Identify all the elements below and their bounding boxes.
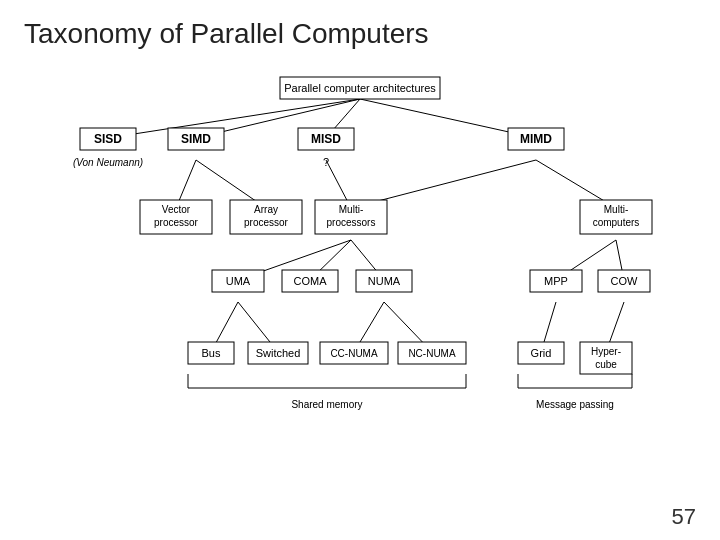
- svg-text:Switched: Switched: [256, 347, 301, 359]
- taxonomy-diagram: Parallel computer architectures SISD SIM…: [20, 60, 700, 500]
- svg-text:Vector: Vector: [162, 204, 191, 215]
- svg-text:Message passing: Message passing: [536, 399, 614, 410]
- svg-text:UMA: UMA: [226, 275, 251, 287]
- svg-text:processors: processors: [327, 217, 376, 228]
- svg-text:processor: processor: [244, 217, 289, 228]
- svg-text:Multi-: Multi-: [604, 204, 628, 215]
- svg-text:COMA: COMA: [294, 275, 328, 287]
- svg-text:computers: computers: [593, 217, 640, 228]
- svg-text:SIMD: SIMD: [181, 132, 211, 146]
- svg-text:Bus: Bus: [202, 347, 221, 359]
- svg-text:CC-NUMA: CC-NUMA: [330, 348, 378, 359]
- svg-text:MPP: MPP: [544, 275, 568, 287]
- svg-text:(Von Neumann): (Von Neumann): [73, 157, 143, 168]
- svg-text:Hyper-: Hyper-: [591, 346, 621, 357]
- page-number: 57: [672, 504, 696, 530]
- svg-text:NUMA: NUMA: [368, 275, 401, 287]
- svg-text:processor: processor: [154, 217, 199, 228]
- svg-text:Grid: Grid: [531, 347, 552, 359]
- svg-text:Multi-: Multi-: [339, 204, 363, 215]
- svg-text:COW: COW: [611, 275, 639, 287]
- svg-text:Shared memory: Shared memory: [291, 399, 362, 410]
- svg-text:Array: Array: [254, 204, 278, 215]
- svg-text:Parallel computer architecture: Parallel computer architectures: [284, 82, 436, 94]
- svg-text:cube: cube: [595, 359, 617, 370]
- svg-text:MIMD: MIMD: [520, 132, 552, 146]
- svg-text:?: ?: [323, 156, 329, 168]
- svg-text:NC-NUMA: NC-NUMA: [408, 348, 456, 359]
- page-title: Taxonomy of Parallel Computers: [0, 0, 720, 50]
- svg-text:MISD: MISD: [311, 132, 341, 146]
- svg-text:SISD: SISD: [94, 132, 122, 146]
